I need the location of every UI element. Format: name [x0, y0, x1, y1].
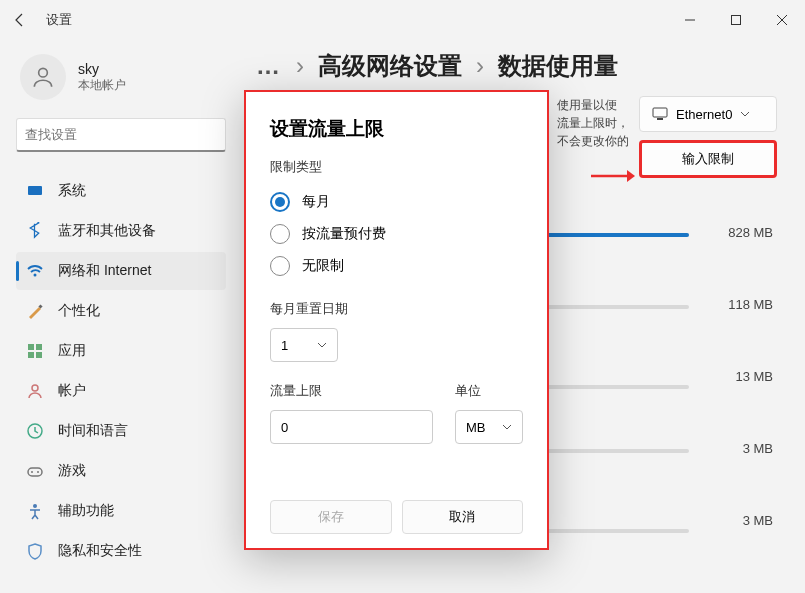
- system-icon: [26, 182, 44, 200]
- data-limit-dialog: 设置流量上限 限制类型 每月 按流量预付费 无限制 每月重置日期 1 流量上限 …: [244, 90, 549, 550]
- maximize-button[interactable]: [713, 0, 759, 40]
- radio-unlimited[interactable]: 无限制: [270, 250, 523, 282]
- nav-item-personalize[interactable]: 个性化: [16, 292, 226, 330]
- dialog-title: 设置流量上限: [270, 116, 523, 142]
- back-arrow-icon[interactable]: [12, 12, 28, 28]
- nav-item-label: 个性化: [58, 302, 100, 320]
- svg-rect-14: [28, 468, 42, 476]
- svg-rect-10: [28, 352, 34, 358]
- radio-icon: [270, 192, 290, 212]
- breadcrumb-current: 数据使用量: [498, 50, 618, 82]
- nav-item-gaming[interactable]: 游戏: [16, 452, 226, 490]
- nav-list: 系统蓝牙和其他设备网络和 Internet个性化应用帐户时间和语言游戏辅助功能隐…: [16, 172, 240, 570]
- nav-item-label: 时间和语言: [58, 422, 128, 440]
- cancel-button[interactable]: 取消: [402, 500, 524, 534]
- svg-marker-21: [627, 170, 635, 182]
- svg-rect-9: [36, 344, 42, 350]
- time-icon: [26, 422, 44, 440]
- app-size: 118 MB: [703, 297, 773, 312]
- radio-icon: [270, 224, 290, 244]
- window-title: 设置: [46, 11, 72, 29]
- app-size: 828 MB: [703, 225, 773, 240]
- sidebar: sky 本地帐户 系统蓝牙和其他设备网络和 Internet个性化应用帐户时间和…: [0, 40, 240, 593]
- ethernet-icon: [652, 107, 668, 121]
- close-button[interactable]: [759, 0, 805, 40]
- limit-type-label: 限制类型: [270, 158, 523, 176]
- account-name: sky: [78, 61, 126, 77]
- avatar-icon: [20, 54, 66, 100]
- search-field[interactable]: [25, 127, 217, 142]
- account-icon: [26, 382, 44, 400]
- nav-item-apps[interactable]: 应用: [16, 332, 226, 370]
- reset-day-dropdown[interactable]: 1: [270, 328, 338, 362]
- accessibility-icon: [26, 502, 44, 520]
- enter-limit-button[interactable]: 输入限制: [639, 140, 777, 178]
- wifi-icon: [26, 262, 44, 280]
- radio-icon: [270, 256, 290, 276]
- svg-rect-11: [36, 352, 42, 358]
- svg-rect-19: [657, 118, 663, 120]
- adapter-dropdown[interactable]: Ethernet0: [639, 96, 777, 132]
- search-input[interactable]: [16, 118, 226, 152]
- chevron-down-icon: [502, 422, 512, 432]
- svg-rect-18: [653, 108, 667, 117]
- adapter-name: Ethernet0: [676, 107, 732, 122]
- account-type: 本地帐户: [78, 77, 126, 94]
- nav-item-system[interactable]: 系统: [16, 172, 226, 210]
- svg-rect-5: [28, 186, 42, 195]
- nav-item-wifi[interactable]: 网络和 Internet: [16, 252, 226, 290]
- data-limit-input[interactable]: [270, 410, 433, 444]
- nav-item-label: 网络和 Internet: [58, 262, 151, 280]
- svg-point-15: [31, 471, 33, 473]
- window-controls: [667, 0, 805, 40]
- svg-point-6: [34, 274, 37, 277]
- nav-item-label: 隐私和安全性: [58, 542, 142, 560]
- annotation-arrow-icon: [589, 168, 635, 184]
- data-limit-label: 流量上限: [270, 382, 433, 400]
- svg-point-4: [39, 68, 48, 77]
- nav-item-label: 应用: [58, 342, 86, 360]
- breadcrumb-more-icon[interactable]: …: [256, 52, 282, 80]
- nav-item-label: 辅助功能: [58, 502, 114, 520]
- gaming-icon: [26, 462, 44, 480]
- reset-day-label: 每月重置日期: [270, 300, 523, 318]
- chevron-right-icon: ›: [476, 52, 484, 80]
- unit-dropdown[interactable]: MB: [455, 410, 523, 444]
- chevron-right-icon: ›: [296, 52, 304, 80]
- apps-icon: [26, 342, 44, 360]
- nav-item-label: 帐户: [58, 382, 86, 400]
- nav-item-privacy[interactable]: 隐私和安全性: [16, 532, 226, 570]
- limit-type-radio-group: 每月 按流量预付费 无限制: [270, 186, 523, 282]
- nav-item-label: 游戏: [58, 462, 86, 480]
- nav-item-time[interactable]: 时间和语言: [16, 412, 226, 450]
- account-block[interactable]: sky 本地帐户: [16, 48, 240, 114]
- breadcrumb-parent[interactable]: 高级网络设置: [318, 50, 462, 82]
- radio-prepaid[interactable]: 按流量预付费: [270, 218, 523, 250]
- bluetooth-icon: [26, 222, 44, 240]
- app-size: 3 MB: [703, 513, 773, 528]
- nav-item-bluetooth[interactable]: 蓝牙和其他设备: [16, 212, 226, 250]
- personalize-icon: [26, 302, 44, 320]
- nav-item-label: 系统: [58, 182, 86, 200]
- svg-rect-1: [732, 16, 741, 25]
- app-size: 13 MB: [703, 369, 773, 384]
- chevron-down-icon: [317, 340, 327, 350]
- svg-point-16: [37, 471, 39, 473]
- svg-point-17: [33, 504, 37, 508]
- save-button[interactable]: 保存: [270, 500, 392, 534]
- nav-item-label: 蓝牙和其他设备: [58, 222, 156, 240]
- privacy-icon: [26, 542, 44, 560]
- app-size: 3 MB: [703, 441, 773, 456]
- breadcrumb: … › 高级网络设置 › 数据使用量: [256, 50, 777, 82]
- nav-item-accessibility[interactable]: 辅助功能: [16, 492, 226, 530]
- chevron-down-icon: [740, 109, 750, 119]
- svg-rect-8: [28, 344, 34, 350]
- nav-item-account[interactable]: 帐户: [16, 372, 226, 410]
- minimize-button[interactable]: [667, 0, 713, 40]
- titlebar: 设置: [0, 0, 805, 40]
- svg-point-12: [32, 385, 38, 391]
- hint-text: 使用量以便 流量上限时， 不会更改你的: [557, 96, 629, 150]
- unit-label: 单位: [455, 382, 523, 400]
- radio-monthly[interactable]: 每月: [270, 186, 523, 218]
